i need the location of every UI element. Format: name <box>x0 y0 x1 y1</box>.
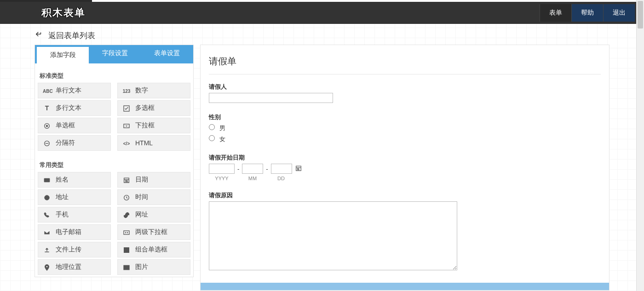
field-label: 地理位置 <box>56 263 81 271</box>
scrollbar-thumb[interactable] <box>638 1 643 29</box>
gender-label: 性别 <box>209 113 601 121</box>
nav-help[interactable]: 帮助 <box>571 4 603 22</box>
applicant-label: 请假人 <box>209 83 601 91</box>
field-label: 日期 <box>135 176 148 184</box>
field-upload[interactable]: 文件上传 <box>38 242 111 257</box>
calendar-icon: 31 <box>122 176 131 183</box>
tab-field-settings[interactable]: 字段设置 <box>89 45 141 63</box>
field-label: 图片 <box>135 263 148 271</box>
globe-icon <box>43 193 51 201</box>
paragraph-icon: T <box>43 104 51 112</box>
field-label: 姓名 <box>56 176 69 184</box>
upload-icon <box>43 245 51 253</box>
field-checkbox[interactable]: 多选框 <box>117 100 190 116</box>
svg-rect-12 <box>124 231 129 234</box>
field-geo[interactable]: 地理位置 <box>38 259 111 275</box>
field-label: 数字 <box>135 86 148 95</box>
image-icon <box>122 263 131 271</box>
field-label: 多选框 <box>135 104 155 112</box>
field-start-date[interactable]: 请假开始日期 - - 31 YYYY MM DD <box>209 154 601 181</box>
title-divider <box>209 74 601 74</box>
back-link[interactable]: 返回表单列表 <box>34 30 644 41</box>
vertical-scrollbar[interactable] <box>636 0 644 291</box>
text-abc-icon: ABC <box>43 87 51 94</box>
field-single-text[interactable]: ABC 单行文本 <box>38 83 111 98</box>
gender-male-label: 男 <box>219 125 225 131</box>
tab-add-field[interactable]: 添加字段 <box>37 47 89 63</box>
svg-rect-6 <box>44 178 50 182</box>
field-label: 单行文本 <box>56 86 81 95</box>
canvas-footer-bar <box>201 283 609 290</box>
field-cascader[interactable]: 两级下拉框 <box>117 224 190 240</box>
field-label: 分隔符 <box>56 139 75 147</box>
field-label: 电子邮箱 <box>56 228 81 236</box>
phone-icon <box>43 211 51 218</box>
number-123-icon: 123 <box>122 87 131 94</box>
applicant-input[interactable] <box>209 93 333 103</box>
form-title[interactable]: 请假单 <box>209 55 601 68</box>
field-divider[interactable]: 分隔符 <box>38 135 111 151</box>
reason-textarea[interactable] <box>209 201 457 270</box>
back-link-label: 返回表单列表 <box>48 30 95 41</box>
field-label: 文件上传 <box>56 245 81 254</box>
hint-month: MM <box>242 176 263 181</box>
svg-point-2 <box>46 125 48 127</box>
field-combo-radio[interactable]: 组合单选框 <box>117 242 190 257</box>
field-radio[interactable]: 单选框 <box>38 118 111 133</box>
field-label: 网址 <box>135 211 148 219</box>
date-year-input[interactable] <box>209 164 235 174</box>
field-html[interactable]: </> HTML <box>117 135 190 151</box>
field-reason[interactable]: 请假原因 <box>209 191 601 272</box>
app-logo: 积木表单 <box>41 6 86 20</box>
field-time[interactable]: 时间 <box>117 189 190 205</box>
field-label: HTML <box>135 139 153 147</box>
dropdown-icon <box>122 121 131 129</box>
svg-text:31: 31 <box>297 168 299 171</box>
id-card-icon <box>43 176 51 183</box>
code-icon: </> <box>122 139 131 147</box>
hint-day: DD <box>270 176 292 181</box>
field-gender[interactable]: 性别 男 女 <box>209 113 601 143</box>
field-url[interactable]: 网址 <box>117 207 190 223</box>
svg-point-10 <box>45 195 50 200</box>
field-email[interactable]: 电子邮箱 <box>38 224 111 240</box>
palette-tabs: 添加字段 字段设置 表单设置 <box>35 45 193 63</box>
start-date-label: 请假开始日期 <box>209 154 601 162</box>
field-image[interactable]: 图片 <box>117 259 190 275</box>
field-address[interactable]: 地址 <box>38 189 111 205</box>
field-date[interactable]: 31 日期 <box>117 172 190 188</box>
group-standard-title: 标准类型 <box>40 72 190 80</box>
svg-text:31: 31 <box>125 180 128 183</box>
nav-logout[interactable]: 退出 <box>603 4 635 22</box>
field-label: 组合单选框 <box>135 245 167 254</box>
back-arrow-icon <box>34 30 43 41</box>
reason-label: 请假原因 <box>209 191 601 200</box>
hint-year: YYYY <box>209 176 235 181</box>
form-canvas: 请假单 请假人 性别 男 女 请假开始日期 <box>200 45 610 291</box>
calendar-icon[interactable]: 31 <box>295 165 302 173</box>
clock-icon <box>122 193 131 201</box>
field-phone[interactable]: 手机 <box>38 207 111 223</box>
field-label: 时间 <box>135 193 148 201</box>
group-common-title: 常用类型 <box>40 161 190 169</box>
grid-icon <box>122 245 131 253</box>
link-icon <box>122 211 131 218</box>
gender-female-label: 女 <box>219 136 225 143</box>
field-applicant[interactable]: 请假人 <box>209 83 601 103</box>
nav-forms[interactable]: 表单 <box>540 4 571 22</box>
date-day-input[interactable] <box>271 164 292 174</box>
gender-female-radio[interactable] <box>209 135 215 141</box>
tab-form-settings[interactable]: 表单设置 <box>141 45 193 63</box>
gender-male-radio[interactable] <box>209 124 215 130</box>
field-label: 两级下拉框 <box>135 228 167 236</box>
radio-icon <box>43 121 51 129</box>
field-multi-text[interactable]: T 多行文本 <box>38 100 111 116</box>
field-dropdown[interactable]: 下拉框 <box>117 118 190 133</box>
field-name[interactable]: 姓名 <box>38 172 111 188</box>
field-palette: 添加字段 字段设置 表单设置 标准类型 ABC 单行文本 123 数字 T <box>34 45 194 277</box>
field-number[interactable]: 123 数字 <box>117 83 190 98</box>
divider-icon <box>43 139 51 147</box>
date-month-input[interactable] <box>242 164 263 174</box>
field-label: 下拉框 <box>135 121 155 130</box>
svg-point-18 <box>125 266 126 267</box>
